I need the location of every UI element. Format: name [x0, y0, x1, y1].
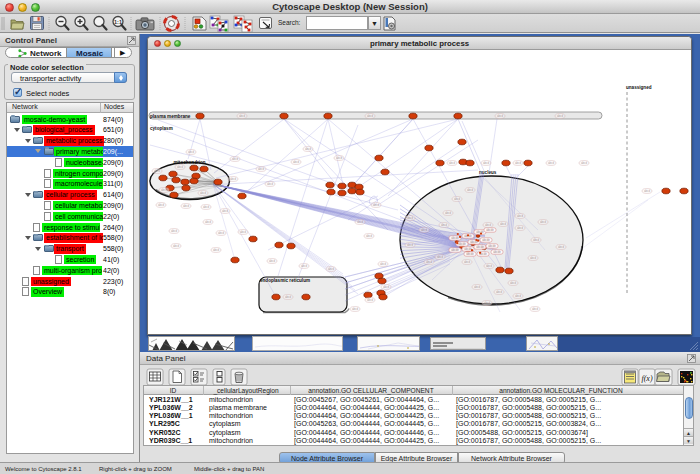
svg-text:abcd: abcd: [530, 256, 537, 260]
svg-text:abcd: abcd: [445, 211, 452, 215]
svg-text:abcd: abcd: [383, 285, 390, 289]
svg-text:abcd: abcd: [373, 203, 380, 207]
svg-text:abcd: abcd: [533, 238, 540, 242]
svg-text:abcd: abcd: [269, 259, 276, 263]
svg-text:abcd: abcd: [154, 169, 161, 173]
svg-text:abcd: abcd: [305, 147, 312, 151]
svg-text:abcd: abcd: [380, 262, 387, 266]
svg-text:abcd: abcd: [301, 264, 308, 268]
svg-text:abcde: abcde: [493, 250, 501, 254]
svg-text:1:1: 1:1: [114, 19, 122, 25]
svg-text:abcd: abcd: [486, 264, 493, 268]
svg-text:abcd: abcd: [336, 156, 343, 160]
svg-text:abcde: abcde: [466, 252, 474, 256]
svg-text:abcd: abcd: [285, 295, 292, 299]
svg-text:abcd: abcd: [515, 294, 522, 298]
svg-text:abcd: abcd: [441, 223, 448, 227]
svg-text:abcd: abcd: [240, 230, 247, 234]
svg-text:abcd: abcd: [557, 114, 564, 118]
svg-text:abcd: abcd: [426, 260, 433, 264]
svg-text:abcde: abcde: [458, 242, 466, 246]
svg-text:abcde: abcde: [488, 244, 496, 248]
svg-text:abcd: abcd: [517, 214, 524, 218]
svg-text:cytoplasm: cytoplasm: [150, 126, 173, 131]
svg-text:abcd: abcd: [367, 298, 374, 302]
svg-text:unassigned: unassigned: [626, 85, 652, 90]
svg-text:abcd: abcd: [200, 191, 207, 195]
svg-text:abcde: abcde: [482, 238, 490, 242]
svg-text:abcd: abcd: [515, 161, 522, 165]
svg-text:abcd: abcd: [558, 245, 565, 249]
svg-text:abcd: abcd: [467, 188, 474, 192]
svg-text:abcd: abcd: [496, 290, 503, 294]
svg-text:abcd: abcd: [357, 220, 364, 224]
svg-text:abcd: abcd: [267, 182, 274, 186]
svg-text:nucleus: nucleus: [479, 170, 497, 175]
svg-text:abcd: abcd: [485, 223, 492, 227]
svg-text:abcd: abcd: [483, 161, 490, 165]
svg-text:abcd: abcd: [352, 307, 359, 311]
svg-text:abcd: abcd: [500, 222, 507, 226]
svg-text:abcd: abcd: [205, 220, 212, 224]
svg-text:abcd: abcd: [510, 281, 517, 285]
svg-text:abcd: abcd: [158, 203, 165, 207]
svg-text:abcd: abcd: [177, 165, 184, 169]
svg-text:abcd: abcd: [258, 167, 265, 171]
svg-text:abcd: abcd: [407, 243, 414, 247]
svg-text:abcd: abcd: [161, 188, 168, 192]
svg-text:abcd: abcd: [239, 114, 246, 118]
svg-text:abcd: abcd: [293, 160, 300, 164]
svg-text:abcd: abcd: [173, 244, 180, 248]
svg-text:abcd: abcd: [203, 205, 210, 209]
svg-text:abcd: abcd: [222, 209, 229, 213]
svg-text:abcd: abcd: [464, 260, 471, 264]
svg-text:abcd: abcd: [517, 226, 524, 230]
svg-text:abcd: abcd: [232, 157, 239, 161]
svg-text:abcd: abcd: [474, 285, 481, 289]
svg-text:abcd: abcd: [218, 231, 225, 235]
svg-text:abcd: abcd: [328, 267, 335, 271]
svg-text:abcd: abcd: [188, 150, 195, 154]
svg-text:abcd: abcd: [183, 204, 190, 208]
svg-text:abcd: abcd: [407, 216, 414, 220]
svg-text:plasma membrane: plasma membrane: [150, 114, 191, 119]
svg-text:abcd: abcd: [540, 220, 547, 224]
svg-text:abcde: abcde: [451, 236, 459, 240]
svg-text:abcd: abcd: [548, 161, 555, 165]
svg-text:abcd: abcd: [421, 228, 428, 232]
svg-text:f(x): f(x): [641, 374, 652, 383]
svg-text:abcd: abcd: [532, 307, 539, 311]
svg-text:abcd: abcd: [230, 177, 237, 181]
svg-text:abcd: abcd: [437, 255, 444, 259]
svg-text:abcd: abcd: [497, 114, 504, 118]
svg-text:abcd: abcd: [484, 301, 491, 305]
svg-text:abcde: abcde: [486, 228, 494, 232]
svg-text:mitochondrion: mitochondrion: [174, 160, 206, 165]
svg-text:abcd: abcd: [171, 229, 178, 233]
svg-text:abcd: abcd: [644, 189, 651, 193]
svg-text:abcd: abcd: [367, 114, 374, 118]
svg-text:abcd: abcd: [213, 248, 220, 252]
svg-text:abcd: abcd: [366, 234, 373, 238]
svg-text:abcd: abcd: [454, 197, 461, 201]
svg-text:abcde: abcde: [451, 248, 459, 252]
svg-text:abcde: abcde: [476, 245, 484, 249]
svg-text:abcd: abcd: [449, 161, 456, 165]
svg-text:abcd: abcd: [581, 161, 588, 165]
